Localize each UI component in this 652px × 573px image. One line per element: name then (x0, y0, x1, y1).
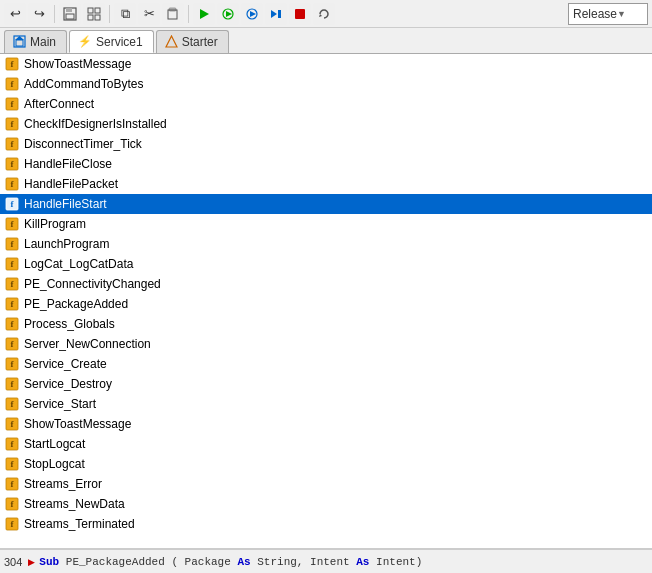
method-icon: f (4, 276, 20, 292)
method-icon: f (4, 376, 20, 392)
list-item[interactable]: f Streams_Terminated (0, 514, 652, 534)
list-item[interactable]: f StartLogcat (0, 434, 652, 454)
toolbar-btn-stop[interactable] (289, 3, 311, 25)
tab-starter-icon (165, 35, 178, 50)
method-icon: f (4, 476, 20, 492)
list-item[interactable]: f PE_ConnectivityChanged (0, 274, 652, 294)
method-label: Streams_Error (24, 477, 102, 491)
list-item[interactable]: f ShowToastMessage (0, 54, 652, 74)
method-label: ShowToastMessage (24, 57, 131, 71)
method-label: LaunchProgram (24, 237, 109, 251)
list-item[interactable]: f ShowToastMessage (0, 414, 652, 434)
method-icon: f (4, 516, 20, 532)
list-item[interactable]: f Streams_NewData (0, 494, 652, 514)
method-label: AddCommandToBytes (24, 77, 143, 91)
list-item[interactable]: f CheckIfDesignerIsInstalled (0, 114, 652, 134)
status-method-name: PE_PackageAdded ( (66, 556, 178, 568)
tab-service1-label: Service1 (96, 35, 143, 49)
svg-rect-15 (278, 10, 281, 18)
list-item[interactable]: f Streams_Error (0, 474, 652, 494)
tabs-bar: Main ⚡ Service1 Starter (0, 28, 652, 54)
toolbar-btn-paste[interactable] (162, 3, 184, 25)
tab-service1-icon: ⚡ (78, 35, 92, 48)
status-code-text: Sub PE_PackageAdded ( Package As String,… (39, 556, 422, 568)
tab-starter-label: Starter (182, 35, 218, 49)
method-label: PE_PackageAdded (24, 297, 128, 311)
list-item[interactable]: f HandleFileClose (0, 154, 652, 174)
list-item[interactable]: f KillProgram (0, 214, 652, 234)
status-sub-keyword: Sub (39, 556, 59, 568)
method-icon: f (4, 136, 20, 152)
toolbar-btn-refresh[interactable] (313, 3, 335, 25)
list-item[interactable]: f AddCommandToBytes (0, 74, 652, 94)
svg-rect-5 (88, 15, 93, 20)
toolbar-btn-step[interactable] (265, 3, 287, 25)
list-item[interactable]: f HandleFileStart (0, 194, 652, 214)
method-list: f ShowToastMessage f AddCommandToBytes f… (0, 54, 652, 549)
method-icon: f (4, 116, 20, 132)
method-label: KillProgram (24, 217, 86, 231)
method-icon: f (4, 316, 20, 332)
list-item[interactable]: f Service_Start (0, 394, 652, 414)
toolbar-btn-run[interactable] (193, 3, 215, 25)
toolbar-btn-debug2[interactable] (241, 3, 263, 25)
method-label: Streams_Terminated (24, 517, 135, 531)
svg-rect-16 (295, 9, 305, 19)
method-icon: f (4, 496, 20, 512)
method-label: AfterConnect (24, 97, 94, 111)
list-item[interactable]: f LogCat_LogCatData (0, 254, 652, 274)
toolbar-btn-cut[interactable]: ✂ (138, 3, 160, 25)
tab-starter[interactable]: Starter (156, 30, 229, 53)
method-icon: f (4, 236, 20, 252)
svg-marker-9 (200, 9, 209, 19)
method-label: Streams_NewData (24, 497, 125, 511)
svg-marker-14 (271, 10, 277, 18)
list-item[interactable]: f Server_NewConnection (0, 334, 652, 354)
method-label: CheckIfDesignerIsInstalled (24, 117, 167, 131)
method-icon: f (4, 256, 20, 272)
list-item[interactable]: f LaunchProgram (0, 234, 652, 254)
status-param1-type: String, Intent (257, 556, 356, 568)
method-label: PE_ConnectivityChanged (24, 277, 161, 291)
method-label: LogCat_LogCatData (24, 257, 133, 271)
toolbar-btn-save[interactable] (59, 3, 81, 25)
method-label: Server_NewConnection (24, 337, 151, 351)
release-dropdown[interactable]: Release ▼ (568, 3, 648, 25)
tab-main-label: Main (30, 35, 56, 49)
toolbar-btn-copy[interactable]: ⧉ (114, 3, 136, 25)
toolbar-btn-1[interactable]: ↪ (28, 3, 50, 25)
list-item[interactable]: f Service_Create (0, 354, 652, 374)
svg-rect-2 (66, 14, 74, 19)
svg-rect-4 (95, 8, 100, 13)
list-item[interactable]: f DisconnectTimer_Tick (0, 134, 652, 154)
method-icon: f (4, 396, 20, 412)
list-item[interactable]: f HandleFilePacket (0, 174, 652, 194)
method-label: StartLogcat (24, 437, 85, 451)
method-label: Service_Start (24, 397, 96, 411)
list-item[interactable]: f Process_Globals (0, 314, 652, 334)
list-item[interactable]: f AfterConnect (0, 94, 652, 114)
list-item[interactable]: f PE_PackageAdded (0, 294, 652, 314)
status-param2-type: Intent) (376, 556, 422, 568)
status-param1-name: Package (185, 556, 238, 568)
method-icon: f (4, 356, 20, 372)
tab-service1[interactable]: ⚡ Service1 (69, 30, 154, 53)
list-item[interactable]: f StopLogcat (0, 454, 652, 474)
tab-main[interactable]: Main (4, 30, 67, 53)
method-icon: f (4, 176, 20, 192)
tab-main-icon (13, 35, 26, 50)
toolbar-sep-1 (54, 5, 55, 23)
toolbar-btn-0[interactable]: ↩ (4, 3, 26, 25)
svg-rect-6 (95, 15, 100, 20)
svg-marker-21 (166, 36, 177, 47)
toolbar-sep-3 (188, 5, 189, 23)
svg-marker-17 (319, 14, 322, 17)
status-as-keyword1: As (237, 556, 250, 568)
status-line-number: 304 (4, 556, 22, 568)
method-label: ShowToastMessage (24, 417, 131, 431)
toolbar-btn-debug1[interactable] (217, 3, 239, 25)
method-label: HandleFileStart (24, 197, 107, 211)
toolbar-btn-grid[interactable] (83, 3, 105, 25)
list-item[interactable]: f Service_Destroy (0, 374, 652, 394)
toolbar-sep-2 (109, 5, 110, 23)
